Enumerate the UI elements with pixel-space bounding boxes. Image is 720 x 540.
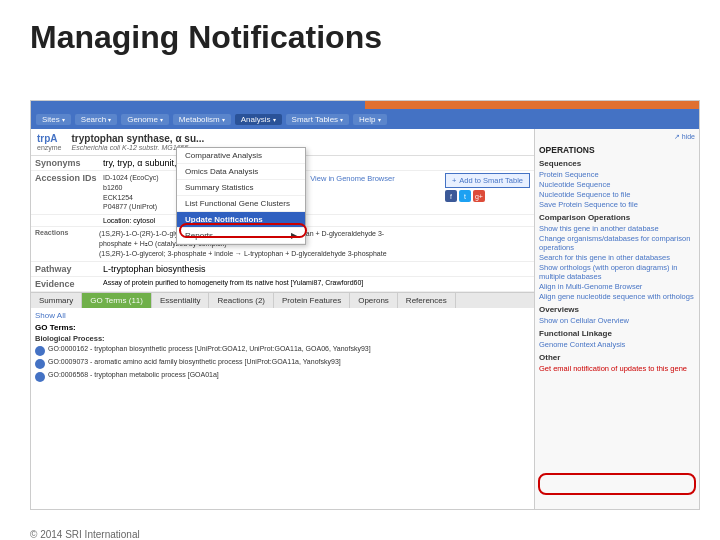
title-area: Managing Notifications	[0, 0, 720, 66]
nav-metabolism[interactable]: Metabolism ▾	[173, 114, 231, 125]
go-terms-header: GO Terms:	[35, 323, 530, 332]
go-term-1-text: GO:0000162 - tryptophan biosynthetic pro…	[48, 345, 371, 352]
accession-label: Accession IDs	[35, 173, 95, 183]
social-icons-row: f t g+	[445, 190, 530, 202]
evidence-row: Evidence Assay of protein purified to ho…	[31, 277, 534, 292]
orange-bar	[365, 101, 699, 109]
nav-genome[interactable]: Genome ▾	[121, 114, 169, 125]
nav-help[interactable]: Help ▾	[353, 114, 386, 125]
pathway-row: Pathway L-tryptophan biosynthesis	[31, 262, 534, 277]
page-title: Managing Notifications	[30, 18, 690, 56]
other-section-title: Other	[539, 353, 695, 362]
dropdown-summary-stats[interactable]: Summary Statistics	[177, 180, 305, 196]
pathway-value: L-tryptophan biosynthesis	[103, 264, 206, 274]
change-organisms-link[interactable]: Change organisms/databases for compariso…	[539, 234, 695, 252]
hide-link[interactable]: ↗ hide	[674, 133, 695, 141]
top-bars	[31, 101, 699, 109]
smart-table-btn-container[interactable]: + Add to Smart Table f t g+	[445, 173, 530, 202]
synonyms-label: Synonyms	[35, 158, 95, 168]
show-orthologs-link[interactable]: Show orthologs (with operon diagrams) in…	[539, 263, 695, 281]
evidence-value: Assay of protein purified to homogeneity…	[103, 279, 363, 286]
search-other-db-link[interactable]: Search for this gene in other databases	[539, 253, 695, 262]
go-term-2: GO:0009073 - aromatic amino acid family …	[35, 358, 530, 369]
email-notification-link[interactable]: Get email notification of updates to thi…	[539, 364, 695, 373]
genome-context-link[interactable]: Genome Context Analysis	[539, 340, 695, 349]
sequences-section-title: Sequences	[539, 159, 695, 168]
twitter-icon[interactable]: t	[459, 190, 471, 202]
tab-operons[interactable]: Operons	[350, 293, 398, 308]
smart-table-label: Add to Smart Table	[459, 176, 523, 185]
biological-process-label: Biological Process:	[35, 334, 530, 343]
gene-tag-container: trpA enzyme	[37, 133, 62, 151]
gene-tag: trpA	[37, 133, 62, 144]
comparison-section-title: Comparison Operations	[539, 213, 695, 222]
tab-goterms[interactable]: GO Terms (11)	[82, 293, 152, 308]
main-panel: trpA enzyme tryptophan synthase, α su...…	[31, 129, 534, 509]
go-icon-1	[35, 346, 45, 356]
nav-bar: Sites ▾ Search ▾ Genome ▾ Metabolism ▾ A…	[31, 109, 699, 129]
accession-values: ID-1024 (EcoCyc) b1260 ECK1254 P04877 (U…	[103, 173, 159, 212]
tab-essentiality[interactable]: Essentiality	[152, 293, 209, 308]
show-all-button[interactable]: Show All	[35, 310, 530, 320]
right-panel-header: ↗ hide	[539, 133, 695, 141]
go-term-2-text: GO:0009073 - aromatic amino acid family …	[48, 358, 341, 365]
save-protein-sequence-link[interactable]: Save Protein Sequence to file	[539, 200, 695, 209]
gene-label: enzyme	[37, 144, 62, 151]
dropdown-comparative[interactable]: Comparative Analysis	[177, 148, 305, 164]
dropdown-functional-clusters[interactable]: List Functional Gene Clusters	[177, 196, 305, 212]
tab-references[interactable]: References	[398, 293, 456, 308]
nav-sites[interactable]: Sites ▾	[36, 114, 71, 125]
view-genome-btn[interactable]: View in Genome Browser	[310, 173, 394, 183]
dropdown-reports[interactable]: Reports ▶	[177, 228, 305, 244]
go-terms-area: Show All GO Terms: Biological Process: G…	[31, 308, 534, 386]
tab-protein-features[interactable]: Protein Features	[274, 293, 350, 308]
copyright-text: © 2014 SRI International	[30, 529, 140, 540]
nav-search[interactable]: Search ▾	[75, 114, 117, 125]
nav-analysis[interactable]: Analysis ▾	[235, 114, 282, 125]
overviews-section-title: Overviews	[539, 305, 695, 314]
facebook-icon[interactable]: f	[445, 190, 457, 202]
gene-name: tryptophan synthase, α su...	[72, 133, 205, 144]
blue-bar	[31, 101, 365, 109]
tabs-row: Summary GO Terms (11) Essentiality React…	[31, 292, 534, 308]
show-gene-other-db-link[interactable]: Show this gene in another database	[539, 224, 695, 233]
tab-reactions[interactable]: Reactions (2)	[209, 293, 274, 308]
view-genome-label[interactable]: View in Genome Browser	[310, 174, 394, 183]
operations-heading: OPERATIONS	[539, 145, 695, 155]
go-icon-2	[35, 359, 45, 369]
location-value: Location: cytosol	[103, 217, 155, 224]
dropdown-omics[interactable]: Omics Data Analysis	[177, 164, 305, 180]
go-terms-list: Biological Process: GO:0000162 - tryptop…	[35, 334, 530, 382]
content-body: trpA enzyme tryptophan synthase, α su...…	[31, 129, 699, 509]
go-term-3: GO:0006568 - tryptophan metabolic proces…	[35, 371, 530, 382]
right-panel: ↗ hide OPERATIONS Sequences Protein Sequ…	[534, 129, 699, 509]
nucleotide-sequence-file-link[interactable]: Nucleotide Sequence to file	[539, 190, 695, 199]
evidence-label: Evidence	[35, 279, 95, 289]
show-all-label[interactable]: Show All	[35, 311, 66, 320]
cellular-overview-link[interactable]: Show on Cellular Overview	[539, 316, 695, 325]
googleplus-icon[interactable]: g+	[473, 190, 485, 202]
analysis-dropdown: Comparative Analysis Omics Data Analysis…	[176, 147, 306, 245]
pathway-label: Pathway	[35, 264, 95, 274]
tab-summary[interactable]: Summary	[31, 293, 82, 308]
nav-smarttables[interactable]: Smart Tables ▾	[286, 114, 350, 125]
add-to-smarttable-button[interactable]: + Add to Smart Table	[445, 173, 530, 188]
browser-content: Sites ▾ Search ▾ Genome ▾ Metabolism ▾ A…	[30, 100, 700, 510]
reactions-label: Reactions	[35, 229, 95, 258]
protein-sequence-link[interactable]: Protein Sequence	[539, 170, 695, 179]
nucleotide-sequence-link[interactable]: Nucleotide Sequence	[539, 180, 695, 189]
footer: © 2014 SRI International	[30, 529, 140, 540]
highlight-circle-email	[538, 473, 696, 495]
align-nucleotide-link[interactable]: Align gene nucleotide sequence with orth…	[539, 292, 695, 301]
go-icon-3	[35, 372, 45, 382]
go-term-1: GO:0000162 - tryptophan biosynthetic pro…	[35, 345, 530, 356]
functional-section-title: Functional Linkage	[539, 329, 695, 338]
dropdown-update-notifications[interactable]: Update Notifications	[177, 212, 305, 228]
align-multigenome-link[interactable]: Align in Multi-Genome Browser	[539, 282, 695, 291]
go-term-3-text: GO:0006568 - tryptophan metabolic proces…	[48, 371, 219, 378]
